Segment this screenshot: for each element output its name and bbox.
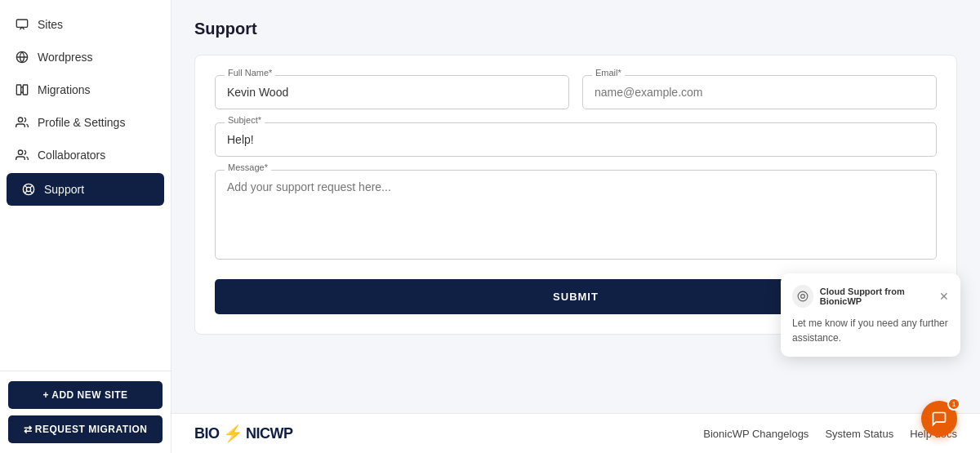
support-icon	[21, 182, 36, 197]
full-name-group: Full Name*	[215, 75, 569, 109]
sidebar-footer: + ADD NEW SITE ⇄ REQUEST MIGRATION	[0, 371, 171, 453]
request-migration-button[interactable]: ⇄ REQUEST MIGRATION	[8, 415, 163, 443]
sidebar-item-collaborators-label: Collaborators	[38, 149, 105, 162]
footer-link-status[interactable]: System Status	[825, 428, 893, 440]
footer-links: BionicWP Changelogs System Status Help d…	[703, 428, 957, 440]
sidebar: Sites Wordpress Migrations	[0, 0, 172, 453]
svg-point-12	[798, 291, 808, 301]
footer-link-changelogs[interactable]: BionicWP Changelogs	[703, 428, 808, 440]
monitor-icon	[15, 17, 29, 32]
migrations-icon	[15, 82, 29, 97]
sidebar-item-profile[interactable]: Profile & Settings	[0, 106, 171, 139]
message-group: Message*	[215, 170, 937, 263]
chat-title-row: Cloud Support from BionicWP	[792, 285, 939, 308]
sidebar-item-support-label: Support	[44, 183, 84, 196]
svg-point-5	[18, 150, 22, 154]
chat-popup-title: Cloud Support from BionicWP	[820, 286, 939, 306]
chat-avatar-icon	[792, 285, 813, 308]
chat-fab-button[interactable]: 1	[921, 401, 957, 437]
brand-name-2: NICWP	[246, 425, 293, 442]
svg-point-7	[26, 187, 30, 191]
lightning-icon: ⚡	[223, 424, 243, 443]
chat-close-button[interactable]: ✕	[939, 291, 949, 302]
svg-point-4	[18, 118, 22, 122]
brand-logo: BIO⚡NICWP	[194, 424, 293, 443]
chat-popup: Cloud Support from BionicWP ✕ Let me kno…	[781, 273, 960, 357]
chat-badge: 1	[947, 397, 960, 411]
sidebar-item-wordpress-label: Wordpress	[38, 51, 92, 64]
svg-line-9	[30, 191, 33, 193]
sidebar-nav: Sites Wordpress Migrations	[0, 0, 171, 371]
collaborators-icon	[15, 148, 29, 162]
form-row-1: Full Name* Email*	[215, 75, 937, 109]
full-name-label: Full Name*	[225, 68, 275, 78]
sidebar-item-sites-label: Sites	[38, 18, 63, 31]
svg-line-11	[24, 191, 27, 193]
sidebar-item-sites[interactable]: Sites	[0, 8, 171, 41]
add-new-site-button[interactable]: + ADD NEW SITE	[8, 381, 163, 409]
wordpress-icon	[15, 50, 29, 64]
subject-input[interactable]	[215, 122, 937, 157]
sidebar-item-migrations[interactable]: Migrations	[0, 73, 171, 106]
svg-point-13	[801, 295, 805, 299]
bottom-bar: BIO⚡NICWP BionicWP Changelogs System Sta…	[172, 413, 980, 453]
sidebar-item-wordpress[interactable]: Wordpress	[0, 41, 171, 73]
profile-icon	[15, 115, 29, 130]
main-area: Support Full Name* Email* Subject*	[172, 0, 980, 453]
svg-rect-2	[16, 85, 20, 95]
brand-name: BIO	[194, 425, 220, 442]
sidebar-item-profile-label: Profile & Settings	[38, 116, 125, 129]
svg-line-8	[24, 185, 27, 188]
sidebar-item-support[interactable]: Support	[7, 173, 164, 206]
chat-popup-message: Let me know if you need any further assi…	[792, 316, 949, 345]
form-row-3: Message*	[215, 170, 937, 263]
message-label: Message*	[225, 162, 271, 172]
page-title: Support	[194, 20, 957, 38]
svg-line-10	[30, 185, 33, 188]
subject-group: Subject*	[215, 122, 937, 157]
sidebar-item-migrations-label: Migrations	[38, 83, 91, 96]
email-label: Email*	[592, 68, 625, 78]
message-textarea[interactable]	[215, 170, 937, 260]
svg-rect-0	[16, 20, 27, 27]
chat-popup-header: Cloud Support from BionicWP ✕	[792, 285, 949, 308]
full-name-input[interactable]	[215, 75, 569, 109]
email-group: Email*	[582, 75, 937, 109]
subject-label: Subject*	[225, 115, 265, 125]
svg-rect-3	[23, 85, 27, 95]
form-row-2: Subject*	[215, 122, 937, 157]
sidebar-item-collaborators[interactable]: Collaborators	[0, 139, 171, 171]
email-input[interactable]	[582, 75, 937, 109]
